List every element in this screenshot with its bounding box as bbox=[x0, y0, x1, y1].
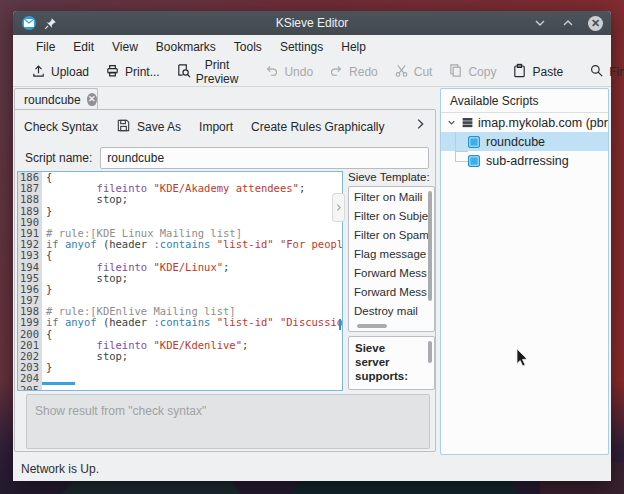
save-icon bbox=[116, 118, 131, 136]
script-checkbox[interactable] bbox=[468, 136, 480, 148]
code-line-196[interactable]: 196} bbox=[18, 284, 342, 295]
tab-close-icon[interactable]: ✕ bbox=[87, 93, 97, 106]
menu-item-bookmarks[interactable]: Bookmarks bbox=[147, 37, 225, 57]
code-line-197[interactable]: 197 bbox=[18, 295, 342, 306]
code-line-201[interactable]: 201 fileinto "KDE/Kdenlive"; bbox=[18, 340, 342, 351]
toolbar-button-label: Copy bbox=[468, 65, 496, 79]
code-line-186[interactable]: 186{ bbox=[18, 172, 342, 183]
find-icon bbox=[589, 63, 604, 81]
import-button[interactable]: Import bbox=[190, 116, 242, 138]
tab-roundcube[interactable]: roundcube ✕ bbox=[14, 88, 98, 110]
print-preview-icon bbox=[176, 63, 191, 81]
code-line-205[interactable]: 205 bbox=[18, 385, 342, 391]
code-line-189[interactable]: 189} bbox=[18, 206, 342, 217]
line-text: fileinto "KDE/Linux"; bbox=[42, 262, 229, 273]
toolbar-button-find[interactable]: Find... bbox=[581, 60, 624, 84]
minimize-icon[interactable] bbox=[532, 15, 548, 31]
code-line-203[interactable]: 203} bbox=[18, 362, 342, 373]
script-checkbox[interactable] bbox=[468, 155, 480, 167]
line-text: } bbox=[42, 362, 52, 373]
line-text: { bbox=[42, 329, 52, 340]
menu-item-view[interactable]: View bbox=[103, 37, 147, 57]
template-vertical-scrollbar[interactable] bbox=[428, 191, 432, 301]
menu-item-help[interactable]: Help bbox=[332, 37, 375, 57]
code-line-191[interactable]: 191# rule:[KDE Linux Mailing list] bbox=[18, 228, 342, 239]
menu-item-edit[interactable]: Edit bbox=[64, 37, 103, 57]
template-item-forward-mess[interactable]: Forward Mess bbox=[349, 282, 434, 301]
template-item-flag-message[interactable]: Flag message bbox=[349, 244, 434, 263]
print-icon bbox=[105, 63, 120, 81]
server-supports-title: Sieve server supports: bbox=[355, 341, 421, 383]
toolbar-button-upload[interactable]: Upload bbox=[23, 60, 97, 84]
code-line-194[interactable]: 194 fileinto "KDE/Linux"; bbox=[18, 262, 342, 273]
titlebar[interactable]: KSieve Editor ✕ bbox=[13, 11, 611, 35]
template-item-forward-mess[interactable]: Forward Mess bbox=[349, 263, 434, 282]
toolbar-button-print[interactable]: Print... bbox=[97, 60, 168, 84]
line-number: 193 bbox=[18, 250, 42, 261]
line-text: stop; bbox=[42, 273, 128, 284]
tree-item-script-roundcube[interactable]: roundcube bbox=[441, 132, 608, 151]
check-syntax-result-box: Show result from "check syntax" bbox=[26, 394, 430, 449]
tree-branch-line bbox=[455, 151, 468, 162]
line-number: 199 bbox=[18, 317, 42, 328]
template-item-filter-on-maili[interactable]: Filter on Maili bbox=[349, 187, 434, 206]
code-line-198[interactable]: 198# rule:[KDEnlive Mailing list] bbox=[18, 306, 342, 317]
menu-item-file[interactable]: File bbox=[27, 37, 64, 57]
supports-scrollbar[interactable] bbox=[428, 341, 432, 363]
code-line-193[interactable]: 193{ bbox=[18, 250, 342, 261]
code-line-188[interactable]: 188 stop; bbox=[18, 194, 342, 205]
template-item-filter-on-subje[interactable]: Filter on Subje bbox=[349, 206, 434, 225]
code-line-202[interactable]: 202 stop; bbox=[18, 351, 342, 362]
line-text: { bbox=[42, 172, 52, 183]
text-caret bbox=[339, 319, 341, 330]
line-text: # rule:[KDE Linux Mailing list] bbox=[42, 228, 242, 239]
line-text: if anyof (header :contains "list-id" "Di… bbox=[42, 317, 342, 328]
toolbar-button-label: Upload bbox=[51, 65, 89, 79]
maximize-icon[interactable] bbox=[560, 15, 576, 31]
line-number: 188 bbox=[18, 194, 42, 205]
sieve-template-list[interactable]: Filter on MailiFilter on SubjeFilter on … bbox=[348, 186, 435, 332]
toolbar-button-label: Redo bbox=[349, 65, 378, 79]
create-rules-button[interactable]: Create Rules Graphically bbox=[242, 116, 393, 138]
current-line-marker bbox=[42, 382, 75, 385]
toolbar-button-undo: Undo bbox=[256, 60, 321, 84]
check-syntax-button[interactable]: Check Syntax bbox=[15, 116, 107, 138]
code-line-190[interactable]: 190 bbox=[18, 217, 342, 228]
template-item-destroy-mail[interactable]: Destroy mail bbox=[349, 301, 434, 320]
upload-icon bbox=[31, 63, 46, 81]
code-line-187[interactable]: 187 fileinto "KDE/Akademy attendees"; bbox=[18, 183, 342, 194]
tree-item-server[interactable]: imap.mykolab.com (pbro... bbox=[441, 113, 608, 132]
code-line-192[interactable]: 192if anyof (header :contains "list-id" … bbox=[18, 239, 342, 250]
toolbar-button-label: Print... bbox=[125, 65, 160, 79]
code-line-195[interactable]: 195 stop; bbox=[18, 273, 342, 284]
available-scripts-panel: Available Scripts imap.mykolab.com (pbro… bbox=[440, 88, 609, 455]
close-window-icon[interactable]: ✕ bbox=[588, 16, 603, 31]
tree-branch-line bbox=[455, 132, 468, 152]
mouse-cursor bbox=[516, 348, 530, 372]
tree-item-script-sub-adrressing[interactable]: sub-adrressing bbox=[441, 151, 608, 170]
template-horizontal-scrollbar[interactable] bbox=[357, 324, 387, 328]
menu-item-tools[interactable]: Tools bbox=[225, 37, 271, 57]
toolbar-button-label: Cut bbox=[414, 65, 433, 79]
toolbar-button-print-preview[interactable]: Print Preview bbox=[168, 55, 247, 89]
available-scripts-title: Available Scripts bbox=[441, 89, 608, 113]
chevron-down-icon[interactable] bbox=[446, 117, 457, 128]
script-name-label: Script name: bbox=[25, 151, 92, 165]
network-status-text: Network is Up. bbox=[21, 462, 99, 476]
check-syntax-label: Check Syntax bbox=[24, 120, 98, 134]
paste-icon bbox=[512, 63, 527, 81]
save-as-button[interactable]: Save As bbox=[107, 114, 190, 140]
script-editor-frame: Check Syntax Save As Import Create Rules… bbox=[14, 109, 436, 452]
code-line-199[interactable]: 199if anyof (header :contains "list-id" … bbox=[18, 317, 342, 328]
server-icon bbox=[461, 116, 474, 129]
toolbar-button-label: Print Preview bbox=[196, 58, 239, 86]
script-name-input[interactable] bbox=[100, 147, 429, 169]
toolbar-button-paste[interactable]: Paste bbox=[504, 60, 571, 84]
splitter-collapse-handle[interactable] bbox=[332, 193, 345, 222]
toolbar-overflow-chevron-icon[interactable] bbox=[413, 117, 427, 135]
template-item-filter-on-spam[interactable]: Filter on Spam bbox=[349, 225, 434, 244]
sieve-code-editor[interactable]: 186{187 fileinto "KDE/Akademy attendees"… bbox=[17, 171, 343, 391]
code-line-200[interactable]: 200{ bbox=[18, 329, 342, 340]
menu-item-settings[interactable]: Settings bbox=[271, 37, 332, 57]
create-rules-label: Create Rules Graphically bbox=[251, 120, 384, 134]
